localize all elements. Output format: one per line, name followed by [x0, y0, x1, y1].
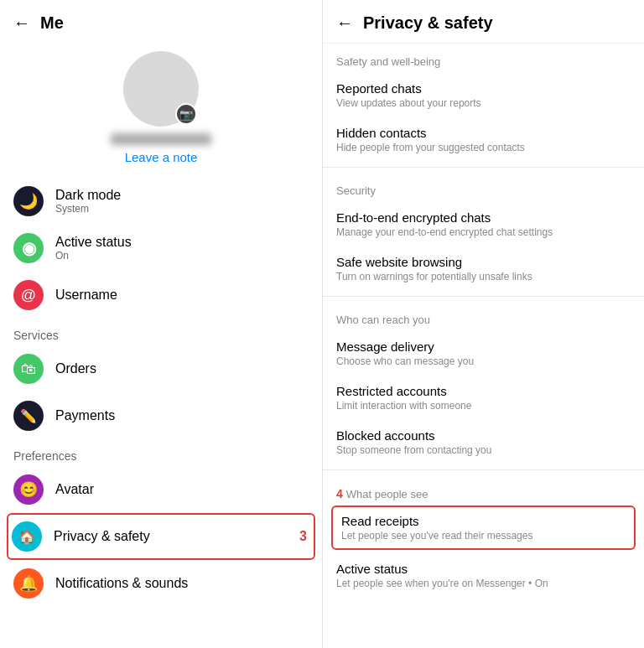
safe-browsing-sub: Turn on warnings for potentially unsafe …	[336, 271, 631, 283]
safety-section-label: Safety and well-being	[323, 44, 644, 73]
active-status-icon: ◉	[13, 233, 44, 263]
step3-badge: 3	[299, 529, 310, 544]
left-back-button[interactable]: ←	[13, 13, 30, 33]
menu-item-payments[interactable]: ✏️ Payments	[0, 392, 322, 439]
read-receipts-title: Read receipts	[341, 514, 626, 528]
right-header: ← Privacy & safety	[323, 0, 644, 44]
who-can-reach-label: Who can reach you	[323, 302, 644, 331]
message-delivery-sub: Choose who can message you	[336, 355, 631, 367]
avatar-container[interactable]: 📷	[123, 51, 199, 127]
orders-icon: 🛍	[13, 354, 44, 384]
dark-mode-sub: System	[55, 203, 121, 215]
left-panel: ← Me 📷 Leave a note 🌙 Dark mode System ◉…	[0, 0, 323, 648]
menu-item-username[interactable]: @ Username	[0, 272, 322, 319]
menu-item-active-status[interactable]: ◉ Active status On	[0, 225, 322, 272]
e2e-title: End-to-end encrypted chats	[336, 210, 631, 225]
menu-item-privacy-safety[interactable]: 🏠 Privacy & safety 3	[7, 513, 315, 560]
dark-mode-title: Dark mode	[55, 188, 121, 203]
active-status-right-title: Active status	[336, 562, 631, 576]
e2e-sub: Manage your end-to-end encrypted chat se…	[336, 226, 631, 238]
right-panel-title: Privacy & safety	[363, 13, 493, 33]
username-title: Username	[55, 288, 117, 303]
blocked-accounts-title: Blocked accounts	[336, 428, 631, 443]
notifications-icon: 🔔	[13, 568, 44, 599]
divider-3	[323, 469, 644, 470]
read-receipts-item[interactable]: Read receipts Let people see you've read…	[331, 505, 636, 550]
notifications-title: Notifications & sounds	[55, 576, 188, 591]
right-hidden-contacts[interactable]: Hidden contacts Hide people from your su…	[323, 117, 644, 162]
menu-item-dark-mode[interactable]: 🌙 Dark mode System	[0, 178, 322, 225]
camera-icon[interactable]: 📷	[175, 103, 197, 125]
right-blocked-accounts[interactable]: Blocked accounts Stop someone from conta…	[323, 420, 644, 464]
leave-note-button[interactable]: Leave a note	[125, 150, 198, 164]
restricted-accounts-title: Restricted accounts	[336, 384, 631, 398]
security-section-label: Security	[323, 173, 644, 202]
privacy-inner: 🏠 Privacy & safety 3	[8, 515, 314, 558]
what-people-see-label: What people see	[346, 488, 428, 500]
right-safe-browsing[interactable]: Safe website browsing Turn on warnings f…	[323, 246, 644, 291]
right-panel: ← Privacy & safety Safety and well-being…	[323, 0, 644, 648]
right-back-button[interactable]: ←	[336, 13, 353, 33]
payments-title: Payments	[55, 408, 115, 423]
active-status-right-sub: Let people see when you're on Messenger …	[336, 578, 631, 589]
safe-browsing-title: Safe website browsing	[336, 255, 631, 269]
username-blur	[111, 133, 211, 145]
menu-item-notifications[interactable]: 🔔 Notifications & sounds	[0, 560, 322, 607]
payments-icon: ✏️	[13, 401, 44, 431]
right-restricted-accounts[interactable]: Restricted accounts Limit interaction wi…	[323, 376, 644, 420]
dark-mode-icon: 🌙	[13, 186, 44, 216]
restricted-accounts-sub: Limit interaction with someone	[336, 400, 631, 412]
orders-title: Orders	[55, 361, 96, 376]
preferences-section-label: Preferences	[0, 439, 322, 466]
username-icon: @	[13, 280, 44, 310]
services-section-label: Services	[0, 319, 322, 345]
left-header: ← Me	[0, 0, 322, 43]
profile-section: 📷 Leave a note	[0, 43, 322, 178]
left-panel-title: Me	[40, 13, 64, 33]
what-people-see-header: 4 What people see	[323, 475, 644, 504]
message-delivery-title: Message delivery	[336, 340, 631, 354]
step4-badge: 4	[336, 487, 343, 500]
active-status-sub: On	[55, 250, 132, 262]
hidden-contacts-sub: Hide people from your suggested contacts	[336, 142, 631, 153]
avatar-title: Avatar	[55, 482, 94, 497]
right-reported-chats[interactable]: Reported chats View updates about your r…	[323, 73, 644, 117]
privacy-icon: 🏠	[12, 521, 42, 552]
privacy-title: Privacy & safety	[54, 529, 288, 544]
divider-1	[323, 167, 644, 168]
menu-item-avatar[interactable]: 😊 Avatar	[0, 466, 322, 513]
reported-chats-sub: View updates about your reports	[336, 97, 631, 109]
reported-chats-title: Reported chats	[336, 81, 631, 96]
blocked-accounts-sub: Stop someone from contacting you	[336, 444, 631, 456]
avatar-menu-icon: 😊	[13, 474, 44, 505]
menu-item-orders[interactable]: 🛍 Orders	[0, 345, 322, 392]
divider-2	[323, 296, 644, 297]
active-status-title: Active status	[55, 235, 132, 250]
right-message-delivery[interactable]: Message delivery Choose who can message …	[323, 331, 644, 376]
read-receipts-sub: Let people see you've read their message…	[341, 530, 626, 542]
right-active-status[interactable]: Active status Let people see when you're…	[323, 553, 644, 598]
hidden-contacts-title: Hidden contacts	[336, 126, 631, 140]
right-e2e-chats[interactable]: End-to-end encrypted chats Manage your e…	[323, 202, 644, 246]
